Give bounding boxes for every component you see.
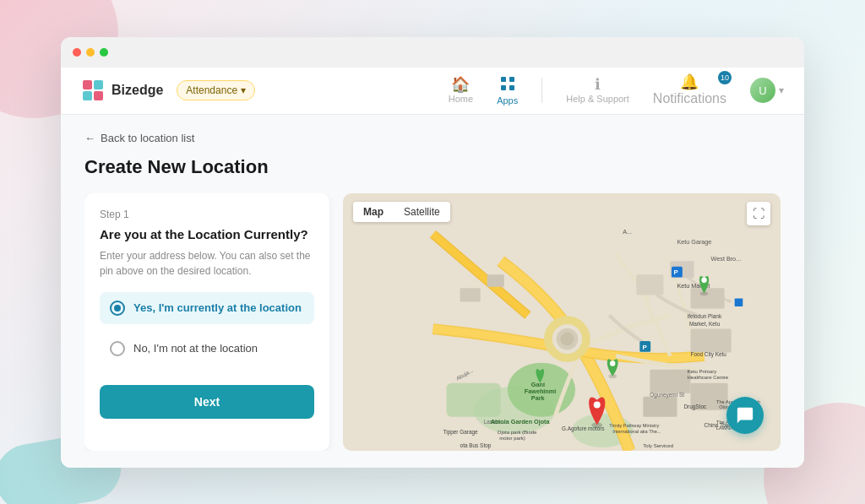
radio-yes-circle [110,301,125,316]
svg-text:Market, Ketu: Market, Ketu [689,320,721,326]
notification-badge: 10 [718,71,732,84]
attendance-dropdown[interactable]: Attendance ▾ [177,80,255,100]
svg-text:P: P [643,343,648,350]
svg-text:Healthcare Centre: Healthcare Centre [687,374,728,379]
nav-home[interactable]: 🏠 Home [449,77,473,104]
nav-apps[interactable]: Apps [497,76,518,106]
page-title: Create New Location [84,156,781,178]
nav-notifications[interactable]: 10 🔔 Notifications [653,74,726,106]
svg-text:Abiola Garden Ojota: Abiola Garden Ojota [491,417,551,425]
logo-text: Bizedge [112,83,163,98]
svg-text:Food City Ketu: Food City Ketu [691,350,727,357]
svg-text:motor park): motor park) [499,436,525,441]
svg-rect-2 [83,91,92,100]
radio-yes[interactable]: Yes, I'm currently at the location [100,292,314,324]
map-expand-button[interactable]: ⛶ [747,202,770,225]
svg-text:Ifelodun Plank: Ifelodun Plank [687,313,721,319]
nav-notifications-label: Notifications [653,91,726,106]
main-content: ← Back to location list Create New Locat… [61,115,804,468]
svg-point-18 [560,332,574,345]
svg-rect-5 [509,77,514,82]
form-question: Are you at the Location Currently? [100,227,314,241]
browser-dot-minimize[interactable] [86,48,95,57]
svg-rect-6 [501,85,506,90]
map-tab-satellite[interactable]: Satellite [394,202,450,222]
svg-rect-27 [487,274,504,286]
svg-rect-23 [643,396,677,416]
svg-rect-1 [94,80,103,89]
radio-yes-label: Yes, I'm currently at the location [133,301,302,314]
browser-chrome [61,37,804,68]
svg-text:Tipper Garage: Tipper Garage [443,428,479,435]
svg-rect-22 [650,369,690,393]
svg-text:West Bro...: West Bro... [711,255,742,263]
svg-rect-7 [509,85,514,90]
form-description: Enter your address below. You can also s… [100,248,314,279]
svg-text:Toly Serviced: Toly Serviced [643,442,673,447]
nav-divider [541,78,542,103]
svg-rect-10 [447,382,501,416]
svg-rect-25 [691,328,732,352]
apps-icon [500,76,515,94]
next-button[interactable]: Next [100,385,314,419]
map-tab-map[interactable]: Map [353,202,394,222]
svg-text:Ketu Primary: Ketu Primary [687,368,716,373]
map-area[interactable]: Map Satellite ⛶ Gani Fawehinmi Par [343,193,781,451]
browser-window: Bizedge Attendance ▾ 🏠 Home [61,37,804,468]
step-label: Step 1 [100,209,314,220]
svg-rect-0 [83,80,92,89]
svg-rect-19 [636,274,663,295]
svg-text:P: P [673,268,678,276]
map-tabs: Map Satellite [353,202,450,222]
logo-area: Bizedge [81,79,163,102]
nav-help[interactable]: ℹ Help & Support [566,77,629,104]
svg-text:Ojota park (Biode: Ojota park (Biode [498,429,537,434]
svg-point-59 [594,401,601,408]
nav-help-label: Help & Support [566,94,629,104]
svg-text:Trinity Pathway Ministry: Trinity Pathway Ministry [609,422,659,427]
app-header: Bizedge Attendance ▾ 🏠 Home [61,68,804,115]
browser-dot-close[interactable] [73,48,81,57]
user-avatar: U [750,78,775,103]
svg-text:Oguneyemi St: Oguneyemi St [650,391,684,398]
avatar-chevron: ▾ [779,84,784,96]
attendance-label: Attendance [186,84,237,96]
notifications-icon: 🔔 [680,74,699,89]
radio-no[interactable]: No, I'm not at the location [100,333,314,365]
radio-no-label: No, I'm not at the location [133,342,258,355]
back-link-text: Back to location list [101,132,194,144]
back-link[interactable]: ← Back to location list [84,132,781,144]
svg-text:DrugStoc: DrugStoc [683,404,707,410]
svg-rect-62 [735,298,743,306]
attendance-chevron: ▾ [241,84,246,96]
home-icon: 🏠 [451,77,470,92]
user-avatar-area[interactable]: U ▾ [750,78,784,103]
svg-text:A...: A... [623,228,632,236]
svg-rect-21 [691,288,725,308]
radio-no-circle [110,341,125,356]
browser-dot-fullscreen[interactable] [100,48,108,57]
svg-text:Ketu Garage: Ketu Garage [677,238,711,246]
svg-rect-26 [460,288,481,301]
nav-home-label: Home [449,94,473,104]
svg-point-55 [701,277,706,282]
logo-icon [81,79,105,102]
help-icon: ℹ [595,77,601,92]
content-row: Step 1 Are you at the Location Currently… [84,193,781,451]
back-arrow-icon: ← [84,132,95,144]
form-card: Step 1 Are you at the Location Currently… [84,193,329,451]
svg-rect-4 [501,77,506,82]
chat-bubble-button[interactable] [726,397,764,434]
svg-text:International aka The...: International aka The... [612,429,661,434]
nav-apps-label: Apps [497,95,518,106]
svg-point-64 [610,360,615,366]
svg-rect-3 [94,91,103,100]
svg-text:Park: Park [531,393,546,401]
svg-text:ota Bus Stop: ota Bus Stop [460,442,492,448]
header-nav: 🏠 Home Apps ℹ Help & Support [449,74,784,106]
map-svg: Gani Fawehinmi Park [343,193,781,451]
